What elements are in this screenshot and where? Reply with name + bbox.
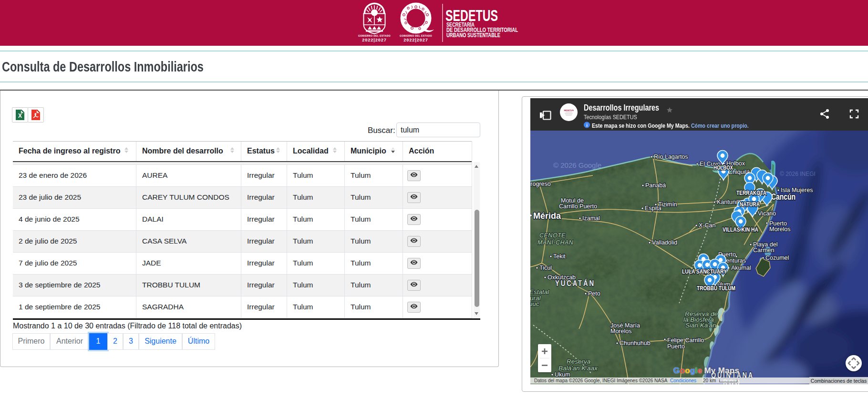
svg-text:Puerto: Puerto (667, 343, 685, 350)
svg-text:l Puuc: l Puuc (530, 300, 539, 307)
svg-text:Progreso: Progreso (530, 181, 551, 187)
svg-text:Akumal: Akumal (731, 265, 751, 271)
svg-text:Morelos: Morelos (610, 328, 631, 335)
svg-text:MANÍ-CHAN: MANÍ-CHAN (537, 239, 574, 246)
svg-text:URBANO SUSTENTABLE: URBANO SUSTENTABLE (446, 32, 500, 39)
svg-text:Ticul: Ticul (539, 265, 552, 271)
svg-text:HOLBOX: HOLBOX (713, 164, 733, 171)
svg-text:Balà'an K'aax: Balà'an K'aax (558, 365, 598, 372)
svg-text:Panabá: Panabá (645, 182, 666, 189)
svg-text:Tekit: Tekit (553, 253, 566, 260)
svg-text:Mérida: Mérida (533, 211, 561, 221)
svg-text:Vicario: Vicario (758, 210, 776, 217)
svg-text:Ukum: Ukum (555, 371, 570, 378)
svg-text:2022|2027: 2022|2027 (362, 38, 387, 42)
svg-text:Cancún: Cancún (771, 192, 796, 202)
svg-text:TERRAKOTA: TERRAKOTA (736, 189, 766, 196)
svg-text:i: i (586, 122, 588, 128)
svg-text:Carrillo Puerto: Carrillo Puerto (559, 203, 597, 210)
svg-text:2022|2027: 2022|2027 (403, 38, 428, 42)
svg-text:Isla Mujeres: Isla Mujeres (781, 187, 813, 194)
svg-text:Carmen: Carmen (753, 247, 775, 254)
svg-text:Tizimín: Tizimín (658, 201, 677, 208)
svg-text:Morelos: Morelos (769, 226, 790, 233)
svg-text:VILLAS KIN HA: VILLAS KIN HA (723, 226, 758, 233)
svg-text:© 2026 INEGI: © 2026 INEGI (780, 171, 816, 177)
svg-text:YUCATÁN: YUCATÁN (555, 279, 595, 287)
svg-text:Río Lagartos: Río Lagartos (654, 153, 688, 160)
svg-text:LULA SANCTUARY: LULA SANCTUARY (682, 268, 727, 275)
svg-text:Izamal: Izamal (582, 215, 600, 222)
svg-text:Reserva: Reserva (567, 358, 591, 365)
svg-text:GOBIERNO DEL ESTADO: GOBIERNO DEL ESTADO (358, 34, 391, 37)
svg-text:Valladolid: Valladolid (652, 239, 677, 246)
svg-text:CENOTE: CENOTE (539, 232, 566, 239)
svg-text:X: X (18, 112, 22, 119)
svg-text:X-Can: X-Can (699, 222, 715, 229)
svg-text:Felipe Carrillo: Felipe Carrillo (667, 337, 704, 344)
svg-text:Cozumel: Cozumel (765, 255, 789, 261)
svg-text:Chunhuhub: Chunhuhub (620, 340, 651, 347)
svg-text:SEDETUS: SEDETUS (564, 109, 574, 112)
svg-text:© 2026 Google: © 2026 Google (553, 161, 601, 169)
svg-text:Sian Ka'an: Sian Ka'an (685, 322, 716, 329)
svg-text:TROBBU TULUM: TROBBU TULUM (697, 285, 735, 292)
svg-text:NATURA: NATURA (740, 201, 760, 208)
svg-text:GOBIERNO DEL ESTADO: GOBIERNO DEL ESTADO (400, 34, 432, 37)
svg-text:Peto: Peto (588, 290, 600, 297)
